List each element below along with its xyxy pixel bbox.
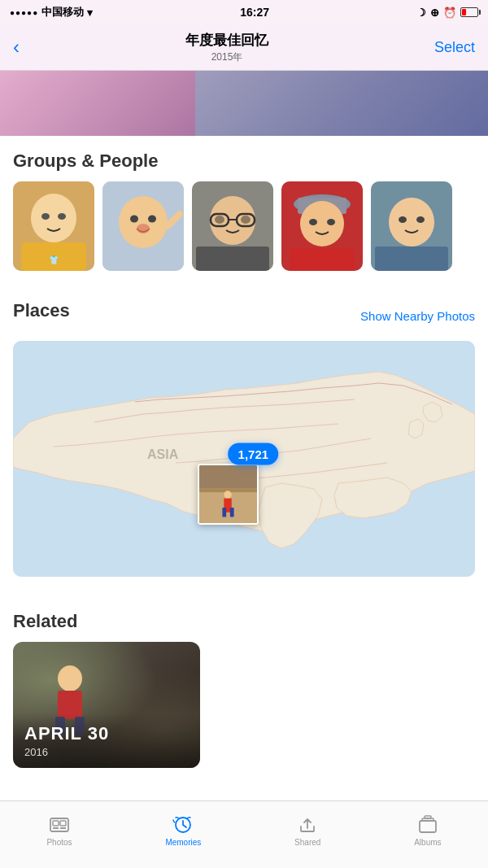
svg-rect-52 (420, 821, 436, 832)
tab-albums-label: Albums (414, 838, 441, 847)
svg-rect-40 (230, 508, 234, 517)
albums-icon (416, 815, 439, 835)
tab-memories[interactable]: Memories (149, 810, 217, 852)
map-cluster-badge[interactable]: 1,721 (229, 443, 279, 465)
svg-point-3 (58, 213, 66, 220)
related-card-title: APRIL 30 (24, 723, 189, 744)
tab-albums[interactable]: Albums (398, 810, 457, 852)
svg-point-28 (389, 198, 434, 246)
related-card[interactable]: APRIL 30 2016 (13, 642, 200, 768)
person-avatar-1[interactable]: 👕 (13, 181, 94, 271)
svg-text:ASIA: ASIA (147, 447, 179, 461)
svg-point-30 (416, 216, 425, 223)
carrier-label: 中国移动 (41, 5, 84, 20)
svg-point-1 (31, 194, 76, 242)
person-avatar-5[interactable] (371, 181, 452, 271)
svg-point-7 (119, 196, 168, 248)
svg-point-29 (399, 216, 407, 223)
svg-point-9 (148, 216, 156, 223)
related-card-overlay: APRIL 30 2016 (13, 713, 200, 768)
battery-icon (460, 7, 478, 17)
related-section: Related APRIL 30 2016 (0, 596, 488, 778)
hero-strip (0, 71, 488, 136)
status-time: 16:27 (240, 6, 269, 19)
nav-title-block: 年度最佳回忆 2015年 (185, 31, 268, 64)
groups-people-title: Groups & People (13, 150, 475, 172)
map-photo-image (199, 465, 257, 523)
svg-point-17 (215, 216, 224, 224)
svg-rect-46 (53, 821, 59, 826)
svg-point-8 (130, 216, 138, 223)
svg-point-18 (241, 216, 251, 224)
photos-icon (48, 815, 71, 835)
status-left: ●●●●● 中国移动 ▾ (10, 5, 93, 20)
svg-rect-47 (60, 821, 66, 826)
hero-images (0, 71, 488, 136)
svg-rect-48 (53, 827, 59, 829)
places-header: Places Show Nearby Photos (13, 300, 475, 331)
related-card-year: 2016 (24, 746, 189, 758)
show-nearby-button[interactable]: Show Nearby Photos (360, 309, 475, 323)
nav-title: 年度最佳回忆 (185, 31, 268, 50)
person-avatar-2[interactable] (102, 181, 184, 271)
hero-image-2 (195, 71, 488, 136)
map-container[interactable]: ASIA (13, 341, 475, 577)
svg-rect-19 (196, 246, 269, 271)
svg-point-37 (224, 491, 231, 498)
status-right: ☽ ⊕ ⏰ (416, 7, 478, 19)
person-avatar-3[interactable] (192, 181, 273, 271)
select-button[interactable]: Select (434, 39, 475, 56)
svg-point-25 (327, 219, 335, 225)
svg-point-23 (300, 201, 344, 246)
person-avatar-4[interactable] (281, 181, 363, 271)
lock-icon: ⊕ (430, 7, 439, 19)
places-section: Places Show Nearby Photos (0, 286, 488, 596)
status-bar: ●●●●● 中国移动 ▾ 16:27 ☽ ⊕ ⏰ (0, 0, 488, 24)
places-title: Places (13, 300, 70, 321)
tab-bar: Photos Memories Shared (0, 800, 488, 868)
cluster-count: 1,721 (238, 447, 269, 461)
svg-point-2 (41, 213, 50, 220)
svg-text:👕: 👕 (49, 255, 59, 265)
tab-shared[interactable]: Shared (278, 810, 337, 852)
signal-dots: ●●●●● (10, 8, 38, 17)
shared-icon (296, 815, 319, 835)
tab-shared-label: Shared (294, 838, 320, 847)
svg-rect-49 (60, 827, 66, 829)
map-photo[interactable] (198, 464, 259, 525)
svg-rect-26 (290, 248, 355, 271)
related-title: Related (13, 611, 475, 632)
alarm-icon: ⏰ (443, 7, 456, 19)
moon-icon: ☽ (416, 7, 426, 19)
svg-rect-39 (223, 508, 227, 517)
nav-bar: ‹ 年度最佳回忆 2015年 Select (0, 24, 488, 71)
svg-rect-54 (425, 816, 431, 818)
tab-photos-label: Photos (46, 838, 72, 847)
tab-memories-label: Memories (165, 838, 201, 847)
memories-icon (172, 815, 194, 835)
nav-subtitle: 2015年 (185, 50, 268, 64)
battery-fill (462, 9, 466, 15)
groups-people-section: Groups & People 👕 (0, 136, 488, 286)
main-content: Groups & People 👕 (0, 136, 488, 851)
svg-point-41 (58, 665, 82, 691)
back-button[interactable]: ‹ (13, 36, 20, 59)
hero-image-1 (0, 71, 195, 136)
tab-photos[interactable]: Photos (30, 810, 88, 852)
people-scroll[interactable]: 👕 (13, 181, 475, 279)
svg-point-24 (309, 219, 317, 225)
svg-rect-31 (375, 246, 448, 271)
wifi-icon: ▾ (87, 7, 93, 19)
